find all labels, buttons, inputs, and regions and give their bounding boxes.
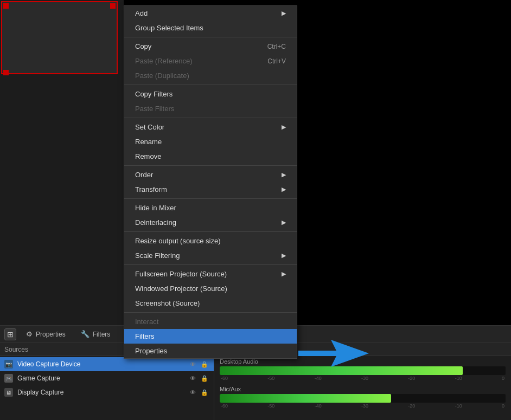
red-corner-bl [3,70,9,75]
source-item-display-capture[interactable]: 🖥Display Capture👁🔒 [0,385,214,399]
menu-item-copy[interactable]: CopyCtrl+C [124,39,297,54]
menu-item-screenshot[interactable]: Screenshot (Source) [124,296,297,311]
menu-label-copy-filters: Copy Filters [135,90,173,98]
lock-btn-game-capture[interactable]: 🔒 [200,373,209,383]
menu-label-filters: Filters [135,332,154,340]
source-list: 📷Video Capture Device👁🔒🎮Game Capture👁🔒🖥D… [0,356,214,400]
tick-label: -30 [361,403,368,409]
menu-divider-after-deinterlacing [124,231,297,232]
submenu-arrow-add: ▶ [282,10,286,17]
visibility-btn-display-capture[interactable]: 👁 [188,387,197,397]
menu-item-fullscreen-projector[interactable]: Fullscreen Projector (Source)▶ [124,267,297,281]
menu-item-group-selected[interactable]: Group Selected Items [124,21,297,35]
tick-label: -60 [221,376,228,381]
source-name-display-capture: Display Capture [17,389,183,396]
properties-icon: ⚙ [26,330,33,338]
tab-filters[interactable]: 🔧 Filters [74,328,117,340]
volume-bar-container-mic-aux[interactable] [220,394,506,403]
tab-filters-label: Filters [93,331,111,338]
menu-item-paste-filters: Paste Filters [124,101,297,116]
red-border-box [1,1,118,74]
tick-label: 0 [502,376,504,381]
submenu-arrow-fullscreen-projector: ▶ [282,270,286,277]
menu-label-copy: Copy [135,42,151,50]
preview-area: Add▶Group Selected ItemsCopyCtrl+CPaste … [0,0,511,325]
menu-divider-after-transform [124,198,297,199]
tick-label: -10 [455,376,462,381]
menu-item-order[interactable]: Order▶ [124,167,297,182]
menu-divider-after-screenshot [124,312,297,313]
visibility-btn-video-capture[interactable]: 👁 [188,359,197,369]
game-icon: 🎮 [4,374,13,383]
menu-label-transform: Transform [135,185,167,193]
tab-properties[interactable]: ⚙ Properties [20,328,72,340]
source-controls-game-capture: 👁🔒 [188,373,209,383]
volume-ticks-desktop-audio: -60-50-40-30-20-100 [220,375,506,382]
menu-label-interact: Interact [135,318,158,326]
menu-label-add: Add [135,9,148,17]
camera-icon: 📷 [4,360,13,369]
menu-label-fullscreen-projector: Fullscreen Projector (Source) [135,270,227,278]
menu-item-deinterlacing[interactable]: Deinterlacing▶ [124,215,297,230]
capture-box [0,0,124,325]
tick-label: -60 [221,403,228,409]
menu-label-scale-filtering: Scale Filtering [135,251,180,260]
lock-btn-display-capture[interactable]: 🔒 [200,387,209,397]
channel-name-mic-aux: Mic/Aux [220,386,506,392]
tick-label: -40 [315,376,322,381]
menu-label-paste-filters: Paste Filters [135,105,174,113]
tick-label: -50 [267,403,274,409]
tick-label: -50 [267,376,274,381]
filters-icon: 🔧 [81,330,90,338]
menu-label-paste-reference: Paste (Reference) [135,57,193,65]
menu-item-set-color[interactable]: Set Color▶ [124,120,297,134]
source-controls-display-capture: 👁🔒 [188,387,209,397]
menu-label-properties: Properties [135,347,167,355]
menu-divider-after-group-selected [124,37,297,37]
tick-label: -20 [408,403,415,409]
menu-divider-after-paste-duplicate [124,85,297,85]
menu-label-group-selected: Group Selected Items [135,24,203,32]
scenes-toolbar-btn[interactable]: ⊞ [4,328,16,340]
menu-item-scale-filtering[interactable]: Scale Filtering▶ [124,248,297,263]
menu-item-hide-in-mixer[interactable]: Hide in Mixer [124,201,297,215]
tab-properties-label: Properties [36,331,66,338]
menu-item-filters[interactable]: Filters [124,329,297,344]
menu-item-properties[interactable]: Properties [124,344,297,358]
context-menu: Add▶Group Selected ItemsCopyCtrl+CPaste … [124,5,297,359]
source-name-video-capture: Video Capture Device [17,360,183,368]
menu-shortcut-copy: Ctrl+C [267,43,286,50]
menu-divider-after-paste-filters [124,118,297,118]
red-corner-tl [3,3,9,9]
tick-label: -30 [361,376,368,381]
menu-label-rename: Rename [135,138,162,146]
source-item-video-capture[interactable]: 📷Video Capture Device👁🔒 [0,357,214,371]
menu-item-transform[interactable]: Transform▶ [124,182,297,197]
sources-header-label: Sources [4,346,28,353]
submenu-arrow-order: ▶ [282,171,286,178]
menu-item-copy-filters[interactable]: Copy Filters [124,87,297,101]
lock-btn-video-capture[interactable]: 🔒 [200,359,209,369]
menu-item-add[interactable]: Add▶ [124,6,297,21]
menu-label-resize-output: Resize output (source size) [135,237,221,245]
menu-divider-after-scale-filtering [124,264,297,265]
menu-item-paste-reference: Paste (Reference)Ctrl+V [124,54,297,68]
tick-label: -10 [455,403,462,409]
menu-label-hide-in-mixer: Hide in Mixer [135,204,176,212]
menu-label-windowed-projector: Windowed Projector (Source) [135,285,227,293]
menu-item-resize-output[interactable]: Resize output (source size) [124,234,297,248]
menu-item-windowed-projector[interactable]: Windowed Projector (Source) [124,281,297,296]
display-icon: 🖥 [4,388,13,397]
source-item-game-capture[interactable]: 🎮Game Capture👁🔒 [0,371,214,385]
blue-arrow [298,340,369,369]
menu-item-interact: Interact [124,314,297,329]
submenu-arrow-set-color: ▶ [282,124,286,131]
menu-label-paste-duplicate: Paste (Duplicate) [135,72,189,80]
submenu-arrow-scale-filtering: ▶ [282,252,286,259]
tick-label: -20 [408,376,415,381]
menu-item-remove[interactable]: Remove [124,149,297,164]
visibility-btn-game-capture[interactable]: 👁 [188,373,197,383]
submenu-arrow-deinterlacing: ▶ [282,219,286,226]
menu-shortcut-paste-reference: Ctrl+V [267,57,286,65]
menu-item-rename[interactable]: Rename [124,134,297,149]
